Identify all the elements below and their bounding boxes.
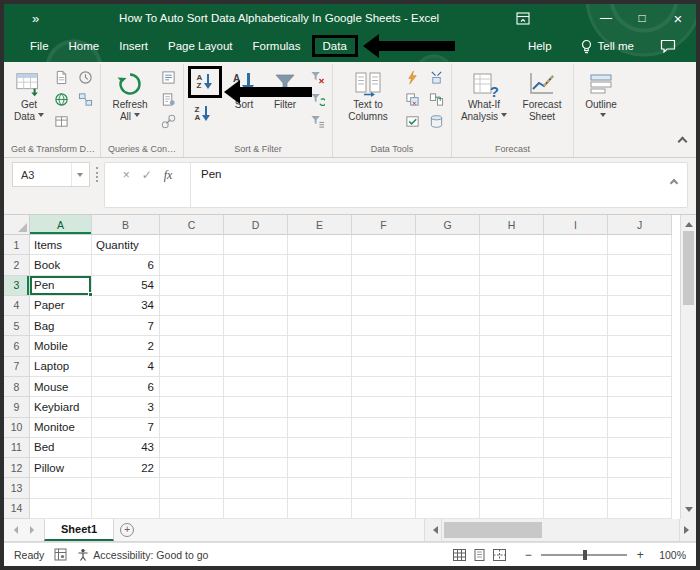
advanced-filter-icon[interactable]	[307, 112, 328, 131]
cell-I6[interactable]	[544, 336, 608, 356]
cell-D14[interactable]	[224, 499, 288, 519]
cell-F11[interactable]	[352, 438, 416, 458]
vertical-scroll-track[interactable]	[681, 306, 696, 504]
cell-I8[interactable]	[544, 377, 608, 397]
page-break-preview-icon[interactable]	[493, 549, 506, 561]
tab-help[interactable]: Help	[518, 35, 562, 57]
row-header-11[interactable]: 11	[4, 438, 30, 458]
cell-D2[interactable]	[224, 255, 288, 275]
cell-F4[interactable]	[352, 296, 416, 316]
cell-H7[interactable]	[480, 357, 544, 377]
cell-A4[interactable]: Paper	[30, 296, 92, 316]
cell-I4[interactable]	[544, 296, 608, 316]
cell-I10[interactable]	[544, 418, 608, 438]
cell-J14[interactable]	[608, 499, 672, 519]
row-header-6[interactable]: 6	[4, 336, 30, 356]
cell-F7[interactable]	[352, 357, 416, 377]
cell-G10[interactable]	[416, 418, 480, 438]
cell-J1[interactable]	[608, 235, 672, 255]
cell-G13[interactable]	[416, 478, 480, 498]
cell-I14[interactable]	[544, 499, 608, 519]
queries-connections-icon[interactable]	[158, 68, 179, 87]
scroll-up-icon[interactable]	[681, 215, 696, 230]
close-button[interactable]: ×	[660, 4, 696, 32]
cell-B2[interactable]: 6	[92, 255, 160, 275]
cell-E11[interactable]	[288, 438, 352, 458]
macro-record-icon[interactable]	[54, 548, 67, 561]
cell-J3[interactable]	[608, 276, 672, 296]
cell-F8[interactable]	[352, 377, 416, 397]
outline-button[interactable]: Outline	[578, 65, 624, 123]
cell-G9[interactable]	[416, 397, 480, 417]
cell-B8[interactable]: 6	[92, 377, 160, 397]
zoom-out-button[interactable]: −	[522, 548, 534, 562]
tab-home[interactable]: Home	[59, 35, 110, 57]
cell-E3[interactable]	[288, 276, 352, 296]
cell-J12[interactable]	[608, 458, 672, 478]
cell-H14[interactable]	[480, 499, 544, 519]
tell-me[interactable]: Tell me	[580, 39, 634, 54]
sort-za-button[interactable]: ZA	[188, 101, 218, 127]
cell-G8[interactable]	[416, 377, 480, 397]
cell-F3[interactable]	[352, 276, 416, 296]
tab-data[interactable]: Data	[312, 35, 358, 57]
zoom-slider[interactable]	[541, 554, 627, 556]
cell-D3[interactable]	[224, 276, 288, 296]
column-header-D[interactable]: D	[224, 215, 288, 235]
cell-D8[interactable]	[224, 377, 288, 397]
minimize-button[interactable]: —	[588, 4, 624, 32]
select-all-corner[interactable]	[4, 215, 30, 235]
cell-C8[interactable]	[160, 377, 224, 397]
consolidate-icon[interactable]	[426, 68, 447, 87]
cell-B5[interactable]: 7	[92, 316, 160, 336]
cell-E7[interactable]	[288, 357, 352, 377]
cell-A1[interactable]: Items	[30, 235, 92, 255]
sort-az-button[interactable]: AZ	[188, 66, 222, 98]
cell-G7[interactable]	[416, 357, 480, 377]
cell-H2[interactable]	[480, 255, 544, 275]
cell-E9[interactable]	[288, 397, 352, 417]
cell-B3[interactable]: 54	[92, 276, 160, 296]
ribbon-display-options-icon[interactable]	[510, 4, 536, 32]
cell-E14[interactable]	[288, 499, 352, 519]
zoom-in-button[interactable]: +	[634, 548, 646, 562]
sheet-tab-sheet1[interactable]: Sheet1	[44, 519, 114, 541]
cell-H12[interactable]	[480, 458, 544, 478]
vertical-scrollbar[interactable]	[680, 215, 696, 519]
tab-page-layout[interactable]: Page Layout	[158, 35, 243, 57]
cell-B7[interactable]: 4	[92, 357, 160, 377]
row-header-9[interactable]: 9	[4, 397, 30, 417]
zoom-slider-handle[interactable]	[583, 550, 587, 560]
scroll-left-icon[interactable]	[424, 519, 441, 541]
cell-I2[interactable]	[544, 255, 608, 275]
horizontal-scroll-thumb[interactable]	[444, 522, 542, 538]
cell-F10[interactable]	[352, 418, 416, 438]
cell-I13[interactable]	[544, 478, 608, 498]
cell-F13[interactable]	[352, 478, 416, 498]
cell-D6[interactable]	[224, 336, 288, 356]
feedback-icon[interactable]	[660, 39, 676, 53]
cell-C1[interactable]	[160, 235, 224, 255]
cell-J5[interactable]	[608, 316, 672, 336]
cell-H8[interactable]	[480, 377, 544, 397]
cell-B13[interactable]	[92, 478, 160, 498]
row-header-7[interactable]: 7	[4, 357, 30, 377]
cell-G14[interactable]	[416, 499, 480, 519]
cell-I12[interactable]	[544, 458, 608, 478]
cell-C11[interactable]	[160, 438, 224, 458]
tab-formulas[interactable]: Formulas	[243, 35, 311, 57]
cell-D10[interactable]	[224, 418, 288, 438]
column-header-H[interactable]: H	[480, 215, 544, 235]
formula-input[interactable]: Pen	[191, 163, 687, 207]
cell-D13[interactable]	[224, 478, 288, 498]
cell-E8[interactable]	[288, 377, 352, 397]
cell-F5[interactable]	[352, 316, 416, 336]
cell-A10[interactable]: Monitoe	[30, 418, 92, 438]
cell-D7[interactable]	[224, 357, 288, 377]
cell-E4[interactable]	[288, 296, 352, 316]
cell-F14[interactable]	[352, 499, 416, 519]
row-header-5[interactable]: 5	[4, 316, 30, 336]
collapse-ribbon-icon[interactable]	[679, 131, 686, 149]
normal-view-icon[interactable]	[453, 549, 466, 561]
cell-H11[interactable]	[480, 438, 544, 458]
